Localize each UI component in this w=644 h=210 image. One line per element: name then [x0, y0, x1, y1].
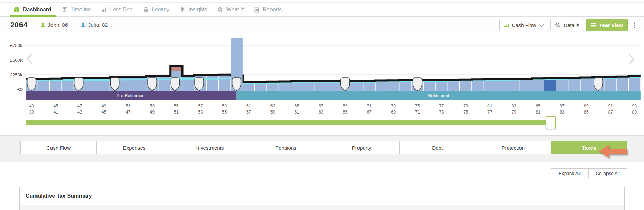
- x-tick-julia-age: 41: [53, 110, 58, 115]
- insights-icon: [179, 7, 185, 13]
- year-bar[interactable]: [508, 79, 520, 91]
- year-header: 2064 John: 86 Julia: 82 Cash Flow Detail…: [0, 17, 644, 33]
- x-tick-john-age: 53: [150, 104, 155, 108]
- x-tick-john-age: 75: [415, 104, 420, 108]
- person-icon-blue: [80, 22, 86, 28]
- year-bar[interactable]: [279, 82, 291, 91]
- x-tick-julia-age: 57: [246, 110, 251, 115]
- year-bar[interactable]: [629, 77, 640, 91]
- x-tick-julia-age: 79: [512, 110, 516, 115]
- x-tick-john-age: 63: [270, 104, 275, 108]
- tab-property[interactable]: Property: [324, 141, 400, 154]
- year-bar[interactable]: [243, 82, 254, 91]
- year-bar[interactable]: [460, 80, 471, 91]
- year-bar[interactable]: [568, 78, 580, 91]
- year-bar[interactable]: [255, 82, 266, 91]
- details-button[interactable]: Details: [550, 19, 584, 31]
- year-bar[interactable]: [363, 81, 375, 91]
- year-bar[interactable]: [581, 78, 592, 91]
- x-tick-julia-age: 55: [222, 110, 227, 115]
- nav-tab-legacy[interactable]: Legacy: [138, 3, 175, 16]
- year-bar[interactable]: [399, 81, 411, 91]
- nav-tab-reports[interactable]: Reports: [249, 3, 287, 16]
- chart-type-dropdown[interactable]: Cash Flow: [499, 19, 548, 31]
- year-bar[interactable]: [472, 80, 484, 91]
- nav-tab-timeline[interactable]: Timeline: [57, 3, 96, 16]
- tab-protection[interactable]: Protection: [475, 141, 551, 154]
- nav-tab-what-if[interactable]: What If: [212, 3, 249, 16]
- x-tick-john-age: 87: [560, 104, 565, 108]
- person-julia: Julia: 82: [80, 22, 108, 28]
- x-tick-julia-age: 39: [29, 110, 34, 115]
- tab-debt[interactable]: Debt: [400, 141, 475, 154]
- x-tick-julia-age: 65: [343, 110, 348, 115]
- nav-tab-label: Timeline: [71, 6, 91, 13]
- year-bar[interactable]: [556, 78, 568, 91]
- chart-scroll-right-icon[interactable]: [630, 55, 634, 64]
- y-axis-label: £0: [17, 87, 23, 92]
- more-options-button[interactable]: [630, 19, 639, 31]
- x-tick-julia-age: 87: [608, 110, 613, 115]
- chevron-down-icon: [539, 22, 544, 27]
- nav-tab-lets-see[interactable]: Let's See: [96, 3, 137, 16]
- slider-handle[interactable]: [546, 116, 556, 129]
- x-tick-julia-age: 63: [319, 110, 323, 115]
- x-tick-john-age: 49: [102, 104, 106, 108]
- nav-tab-insights[interactable]: Insights: [174, 3, 212, 16]
- x-tick-john-age: 73: [391, 104, 396, 108]
- year-bar[interactable]: [267, 82, 279, 91]
- year-bar[interactable]: [424, 80, 435, 91]
- nav-tab-dashboard[interactable]: Dashboard: [9, 3, 57, 16]
- year-bar[interactable]: [303, 82, 315, 91]
- category-tabs: Cash Flow Expenses Investments Pensions …: [20, 141, 627, 154]
- x-tick-julia-age: 51: [174, 110, 179, 115]
- year-bar[interactable]: [604, 77, 616, 91]
- tab-pensions[interactable]: Pensions: [248, 141, 324, 154]
- year-bar[interactable]: [617, 77, 628, 91]
- slider-fill: [26, 120, 551, 125]
- year-bar[interactable]: [496, 79, 508, 91]
- year-bar[interactable]: [207, 75, 218, 91]
- year-bar[interactable]: [219, 75, 230, 91]
- x-tick-john-age: 65: [294, 104, 299, 108]
- year-bar[interactable]: [484, 80, 496, 91]
- reports-icon: [254, 7, 260, 13]
- expand-all-button[interactable]: Expand All: [551, 168, 589, 178]
- age-band-label: Pre-Retirement: [117, 93, 146, 98]
- x-tick-john-age: 59: [222, 104, 227, 108]
- tab-investments[interactable]: Investments: [172, 141, 248, 154]
- year-bar[interactable]: [520, 79, 532, 91]
- year-view-button[interactable]: Year View: [586, 19, 628, 31]
- year-bar[interactable]: [315, 82, 327, 91]
- y-axis-label: £500k: [10, 58, 23, 63]
- divider: [34, 20, 34, 29]
- category-tab-strip: Cash Flow Expenses Investments Pensions …: [0, 135, 644, 162]
- year-bar[interactable]: [376, 81, 387, 91]
- legacy-icon: [143, 7, 149, 13]
- person-label: John: 86: [48, 22, 68, 28]
- year-bar[interactable]: [327, 81, 339, 91]
- year-bar[interactable]: [436, 80, 448, 91]
- year-bar[interactable]: [351, 81, 363, 91]
- summary-card-body: [20, 205, 624, 210]
- year-bar[interactable]: [532, 79, 544, 91]
- x-tick-julia-age: 67: [367, 110, 372, 115]
- chart-scroll-left-icon[interactable]: [27, 54, 31, 63]
- x-tick-john-age: 67: [319, 104, 323, 108]
- x-tick-julia-age: 45: [102, 110, 106, 115]
- year-slider[interactable]: [26, 116, 637, 129]
- mouse-cursor-arrow-icon: [599, 145, 627, 158]
- selected-year-bar[interactable]: [544, 79, 556, 91]
- year-bar[interactable]: [448, 80, 459, 91]
- collapse-all-button[interactable]: Collapse All: [589, 168, 627, 178]
- year-bar[interactable]: [291, 82, 303, 91]
- x-tick-john-age: 85: [536, 104, 540, 108]
- details-label: Details: [564, 22, 579, 28]
- x-tick-john-age: 79: [463, 104, 468, 108]
- chart-type-label: Cash Flow: [512, 22, 536, 28]
- year-bar[interactable]: [387, 81, 399, 91]
- x-tick-julia-age: 49: [150, 110, 155, 115]
- tab-expenses[interactable]: Expenses: [97, 141, 172, 154]
- x-tick-john-age: 55: [174, 104, 179, 108]
- tab-cash-flow[interactable]: Cash Flow: [21, 141, 97, 154]
